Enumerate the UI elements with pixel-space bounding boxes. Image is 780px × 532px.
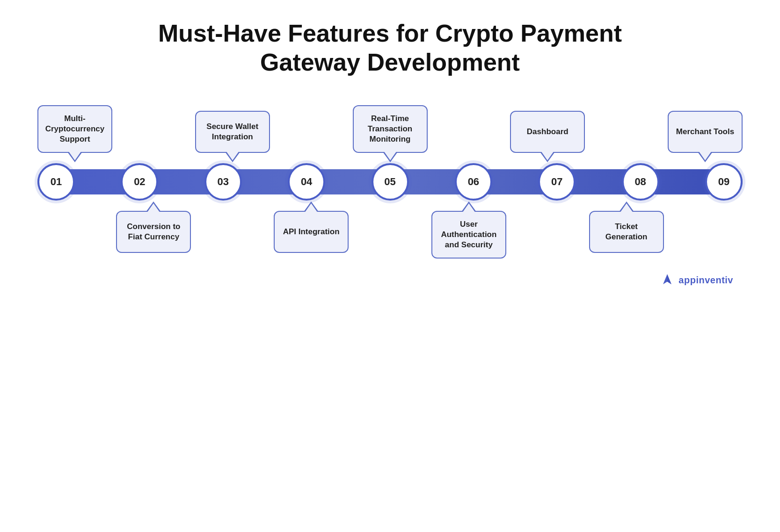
top-bubble-3-text: Secure Wallet Integration xyxy=(203,122,262,142)
top-bubble-slot-3: Secure Wallet Integration xyxy=(195,111,270,153)
logo-wrapper: appinventiv xyxy=(660,273,733,288)
node-02: 02 xyxy=(121,163,158,201)
node-01: 01 xyxy=(37,163,75,201)
footer: appinventiv xyxy=(28,273,752,288)
bottom-bubble-slot-2: Conversion to Fiat Currency xyxy=(116,201,191,253)
timeline-row: 01 02 03 04 05 06 07 08 09 xyxy=(28,163,752,201)
node-05: 05 xyxy=(372,163,409,201)
appinventiv-logo-icon xyxy=(660,273,675,288)
top-bubble-slot-9: Merchant Tools xyxy=(668,111,743,153)
node-06: 06 xyxy=(455,163,492,201)
bottom-bubbles-row: Conversion to Fiat Currency API Integrat… xyxy=(28,201,752,259)
svg-marker-1 xyxy=(667,274,671,284)
bottom-bubble-6: User Authentication and Security xyxy=(431,211,506,259)
bottom-bubble-8-text: Ticket Generation xyxy=(597,222,656,242)
top-bubble-7-text: Dashboard xyxy=(527,127,569,137)
top-bubble-slot-7: Dashboard xyxy=(510,111,585,153)
top-bubble-7: Dashboard xyxy=(510,111,585,153)
node-08: 08 xyxy=(622,163,659,201)
node-07: 07 xyxy=(538,163,576,201)
bottom-bubble-2-text: Conversion to Fiat Currency xyxy=(124,222,183,242)
logo-text: appinventiv xyxy=(678,275,733,286)
top-bubble-1-text: Multi-Cryptocurrency Support xyxy=(45,114,105,144)
top-bubble-slot-5: Real-Time Transaction Monitoring xyxy=(353,105,428,153)
top-bubble-slot-1: Multi-Cryptocurrency Support xyxy=(37,105,112,153)
diagram: Multi-Cryptocurrency Support Secure Wall… xyxy=(28,105,752,259)
top-bubble-3: Secure Wallet Integration xyxy=(195,111,270,153)
top-bubble-9-text: Merchant Tools xyxy=(676,127,734,137)
top-bubble-5: Real-Time Transaction Monitoring xyxy=(353,105,428,153)
bottom-bubble-slot-8: Ticket Generation xyxy=(589,201,664,253)
bottom-bubble-slot-4: API Integration xyxy=(274,201,349,253)
top-bubble-9: Merchant Tools xyxy=(668,111,743,153)
top-bubble-5-text: Real-Time Transaction Monitoring xyxy=(360,114,420,144)
bottom-bubble-2: Conversion to Fiat Currency xyxy=(116,211,191,253)
bottom-bubble-4-text: API Integration xyxy=(283,227,340,237)
page-title: Must-Have Features for Crypto Payment Ga… xyxy=(133,19,648,77)
top-bubble-1: Multi-Cryptocurrency Support xyxy=(37,105,112,153)
bottom-bubble-8: Ticket Generation xyxy=(589,211,664,253)
bottom-bubble-6-text: User Authentication and Security xyxy=(439,219,499,250)
node-09: 09 xyxy=(705,163,743,201)
bottom-bubble-slot-6: User Authentication and Security xyxy=(431,201,506,259)
node-04: 04 xyxy=(288,163,325,201)
nodes-row: 01 02 03 04 05 06 07 08 09 xyxy=(37,163,743,201)
node-03: 03 xyxy=(204,163,242,201)
bottom-bubble-4: API Integration xyxy=(274,211,349,253)
top-bubbles-row: Multi-Cryptocurrency Support Secure Wall… xyxy=(28,105,752,153)
